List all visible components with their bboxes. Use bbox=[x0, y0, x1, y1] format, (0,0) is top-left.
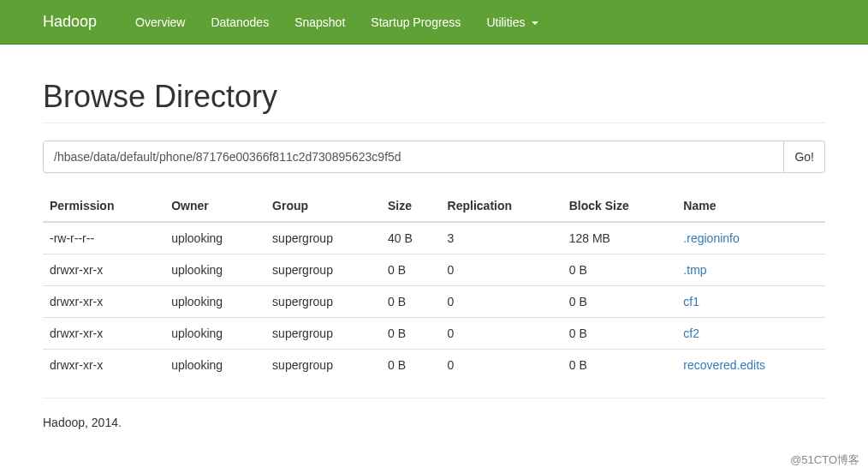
file-link[interactable]: .tmp bbox=[683, 263, 706, 277]
table-row: drwxr-xr-xuplookingsupergroup0 B00 Breco… bbox=[43, 350, 825, 381]
cell-permission: drwxr-xr-x bbox=[43, 286, 164, 318]
file-link[interactable]: cf1 bbox=[683, 295, 699, 308]
path-input[interactable] bbox=[43, 141, 784, 173]
cell-permission: drwxr-xr-x bbox=[43, 350, 164, 381]
col-group: Group bbox=[265, 190, 381, 222]
cell-name: recovered.edits bbox=[676, 350, 825, 381]
cell-replication: 0 bbox=[441, 318, 562, 350]
brand-link[interactable]: Hadoop bbox=[43, 0, 110, 44]
cell-group: supergroup bbox=[265, 222, 381, 254]
col-size: Size bbox=[381, 190, 441, 222]
cell-name: .tmp bbox=[676, 254, 825, 286]
footer-text: Hadoop, 2014. bbox=[43, 416, 825, 446]
cell-group: supergroup bbox=[265, 254, 381, 286]
cell-size: 0 B bbox=[381, 286, 441, 318]
table-header-row: Permission Owner Group Size Replication … bbox=[43, 190, 825, 222]
footer-divider bbox=[43, 398, 825, 398]
table-row: -rw-r--r--uplookingsupergroup40 B3128 MB… bbox=[43, 222, 825, 254]
nav-utilities[interactable]: Utilities bbox=[473, 3, 551, 42]
cell-replication: 0 bbox=[441, 350, 562, 381]
file-link[interactable]: .regioninfo bbox=[683, 231, 739, 245]
cell-block-size: 0 B bbox=[562, 318, 677, 350]
page-header: Browse Directory bbox=[43, 79, 825, 123]
go-button[interactable]: Go! bbox=[784, 141, 825, 173]
col-name: Name bbox=[676, 190, 825, 222]
nav-snapshot[interactable]: Snapshot bbox=[282, 3, 358, 42]
cell-name: cf2 bbox=[676, 318, 825, 350]
cell-owner: uplooking bbox=[164, 286, 265, 318]
col-owner: Owner bbox=[164, 190, 265, 222]
nav-menu: Overview Datanodes Snapshot Startup Prog… bbox=[122, 3, 551, 42]
cell-owner: uplooking bbox=[164, 222, 265, 254]
nav-overview[interactable]: Overview bbox=[122, 3, 198, 42]
directory-table: Permission Owner Group Size Replication … bbox=[43, 190, 825, 380]
cell-block-size: 0 B bbox=[562, 254, 677, 286]
cell-replication: 0 bbox=[441, 286, 562, 318]
navbar: Hadoop Overview Datanodes Snapshot Start… bbox=[0, 0, 868, 45]
cell-block-size: 0 B bbox=[562, 350, 677, 381]
cell-size: 0 B bbox=[381, 254, 441, 286]
cell-size: 40 B bbox=[381, 222, 441, 254]
cell-group: supergroup bbox=[265, 318, 381, 350]
nav-utilities-label: Utilities bbox=[486, 15, 525, 29]
file-link[interactable]: cf2 bbox=[683, 326, 699, 340]
col-permission: Permission bbox=[43, 190, 164, 222]
cell-group: supergroup bbox=[265, 350, 381, 381]
cell-permission: drwxr-xr-x bbox=[43, 254, 164, 286]
chevron-down-icon bbox=[532, 21, 538, 25]
cell-owner: uplooking bbox=[164, 318, 265, 350]
page-title: Browse Directory bbox=[43, 79, 825, 115]
table-row: drwxr-xr-xuplookingsupergroup0 B00 Bcf2 bbox=[43, 318, 825, 350]
cell-size: 0 B bbox=[381, 318, 441, 350]
cell-block-size: 0 B bbox=[562, 286, 677, 318]
cell-name: cf1 bbox=[676, 286, 825, 318]
table-row: drwxr-xr-xuplookingsupergroup0 B00 Bcf1 bbox=[43, 286, 825, 318]
cell-size: 0 B bbox=[381, 350, 441, 381]
cell-owner: uplooking bbox=[164, 254, 265, 286]
table-row: drwxr-xr-xuplookingsupergroup0 B00 B.tmp bbox=[43, 254, 825, 286]
path-input-group: Go! bbox=[43, 141, 825, 173]
nav-datanodes[interactable]: Datanodes bbox=[198, 3, 282, 42]
file-link[interactable]: recovered.edits bbox=[683, 358, 765, 372]
main-container: Browse Directory Go! Permission Owner Gr… bbox=[0, 79, 868, 446]
col-block-size: Block Size bbox=[562, 190, 677, 222]
cell-owner: uplooking bbox=[164, 350, 265, 381]
cell-block-size: 128 MB bbox=[562, 222, 677, 254]
cell-permission: -rw-r--r-- bbox=[43, 222, 164, 254]
nav-startup-progress[interactable]: Startup Progress bbox=[358, 3, 473, 42]
cell-permission: drwxr-xr-x bbox=[43, 318, 164, 350]
col-replication: Replication bbox=[441, 190, 562, 222]
cell-name: .regioninfo bbox=[676, 222, 825, 254]
cell-replication: 3 bbox=[441, 222, 562, 254]
cell-group: supergroup bbox=[265, 286, 381, 318]
cell-replication: 0 bbox=[441, 254, 562, 286]
